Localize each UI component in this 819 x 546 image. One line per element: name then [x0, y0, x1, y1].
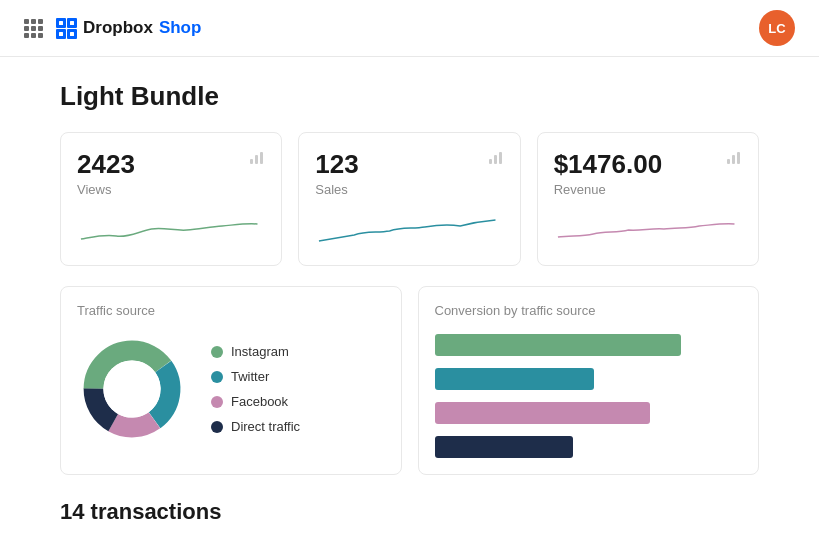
sales-sparkline — [315, 209, 503, 249]
revenue-sparkline — [554, 209, 742, 249]
sales-chart-icon[interactable] — [488, 149, 504, 169]
logo: DropboxShop — [55, 17, 201, 39]
twitter-label: Twitter — [231, 369, 269, 384]
svg-rect-15 — [732, 155, 735, 164]
main-content: Light Bundle 2423 Views 123 Sales — [0, 57, 819, 546]
conversion-panel-title: Conversion by traffic source — [435, 303, 743, 318]
views-value: 2423 — [77, 149, 135, 180]
svg-rect-13 — [499, 152, 502, 164]
traffic-content: Instagram Twitter Facebook Direct traffi… — [77, 334, 385, 444]
grid-icon[interactable] — [24, 19, 43, 38]
legend-item-instagram: Instagram — [211, 344, 300, 359]
instagram-dot — [211, 346, 223, 358]
revenue-label: Revenue — [554, 182, 662, 197]
donut-chart — [77, 334, 187, 444]
views-label: Views — [77, 182, 135, 197]
svg-rect-10 — [260, 152, 263, 164]
bottom-panels: Traffic source — [60, 286, 759, 475]
legend-item-facebook: Facebook — [211, 394, 300, 409]
legend-item-direct: Direct traffic — [211, 419, 300, 434]
svg-rect-11 — [489, 159, 492, 164]
stat-card-revenue-value-block: $1476.00 Revenue — [554, 149, 662, 197]
svg-point-21 — [103, 360, 160, 417]
svg-rect-12 — [494, 155, 497, 164]
revenue-value: $1476.00 — [554, 149, 662, 180]
stat-cards: 2423 Views 123 Sales — [60, 132, 759, 266]
stat-card-sales-value-block: 123 Sales — [315, 149, 358, 197]
traffic-legend: Instagram Twitter Facebook Direct traffi… — [211, 344, 300, 434]
svg-rect-9 — [255, 155, 258, 164]
views-sparkline — [77, 209, 265, 249]
logo-text-dropbox: Dropbox — [83, 18, 153, 38]
views-chart-icon[interactable] — [249, 149, 265, 169]
twitter-dot — [211, 371, 223, 383]
svg-rect-8 — [250, 159, 253, 164]
stat-card-sales: 123 Sales — [298, 132, 520, 266]
header: DropboxShop LC — [0, 0, 819, 57]
instagram-label: Instagram — [231, 344, 289, 359]
sales-value: 123 — [315, 149, 358, 180]
svg-rect-4 — [59, 21, 63, 25]
bar-twitter — [435, 368, 595, 390]
traffic-panel-title: Traffic source — [77, 303, 385, 318]
stat-card-views: 2423 Views — [60, 132, 282, 266]
revenue-chart-icon[interactable] — [726, 149, 742, 169]
table-header: Date/time Purchaser Payment method Traff… — [60, 541, 759, 546]
sales-label: Sales — [315, 182, 358, 197]
transactions-title: 14 transactions — [60, 499, 759, 525]
svg-rect-14 — [727, 159, 730, 164]
facebook-label: Facebook — [231, 394, 288, 409]
bar-direct — [435, 436, 573, 458]
header-left: DropboxShop — [24, 17, 201, 39]
stat-card-revenue: $1476.00 Revenue — [537, 132, 759, 266]
avatar[interactable]: LC — [759, 10, 795, 46]
conversion-panel: Conversion by traffic source — [418, 286, 760, 475]
stat-card-views-value-block: 2423 Views — [77, 149, 135, 197]
legend-item-twitter: Twitter — [211, 369, 300, 384]
conversion-bar-chart — [435, 334, 743, 458]
stat-card-views-header: 2423 Views — [77, 149, 265, 197]
svg-rect-7 — [70, 32, 74, 36]
transactions-section: 14 transactions Date/time Purchaser Paym… — [60, 499, 759, 546]
page-title: Light Bundle — [60, 81, 759, 112]
svg-rect-16 — [737, 152, 740, 164]
bar-instagram — [435, 334, 681, 356]
direct-label: Direct traffic — [231, 419, 300, 434]
svg-rect-6 — [59, 32, 63, 36]
logo-text-shop: Shop — [159, 18, 202, 38]
dropbox-logo-icon — [55, 17, 77, 39]
stat-card-sales-header: 123 Sales — [315, 149, 503, 197]
direct-dot — [211, 421, 223, 433]
stat-card-revenue-header: $1476.00 Revenue — [554, 149, 742, 197]
svg-rect-5 — [70, 21, 74, 25]
facebook-dot — [211, 396, 223, 408]
bar-facebook — [435, 402, 650, 424]
traffic-source-panel: Traffic source — [60, 286, 402, 475]
